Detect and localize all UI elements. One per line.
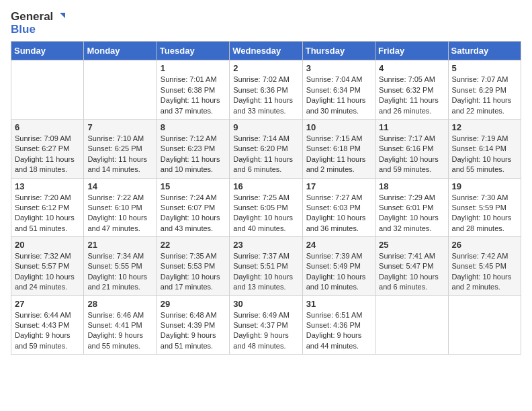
day-number: 22 <box>161 240 226 250</box>
calendar-cell: 7Sunrise: 7:10 AM Sunset: 6:25 PM Daylig… <box>84 119 157 178</box>
cell-content: Sunrise: 7:02 AM Sunset: 6:36 PM Dayligh… <box>233 75 298 116</box>
day-number: 18 <box>379 181 444 191</box>
cell-content: Sunrise: 7:09 AM Sunset: 6:27 PM Dayligh… <box>15 134 80 175</box>
cell-content: Sunrise: 7:37 AM Sunset: 5:51 PM Dayligh… <box>233 251 298 293</box>
cell-content: Sunrise: 7:14 AM Sunset: 6:20 PM Dayligh… <box>233 134 298 175</box>
calendar-cell: 17Sunrise: 7:27 AM Sunset: 6:03 PM Dayli… <box>302 178 375 237</box>
day-number: 5 <box>452 63 517 73</box>
cell-content: Sunrise: 6:44 AM Sunset: 4:43 PM Dayligh… <box>15 310 80 352</box>
cell-content: Sunrise: 7:17 AM Sunset: 6:16 PM Dayligh… <box>379 134 444 175</box>
calendar-cell <box>375 295 448 355</box>
logo-bird-icon <box>54 11 65 22</box>
day-number: 13 <box>15 181 80 191</box>
cell-content: Sunrise: 7:25 AM Sunset: 6:05 PM Dayligh… <box>233 193 298 234</box>
day-number: 8 <box>161 122 226 132</box>
cell-content: Sunrise: 7:12 AM Sunset: 6:23 PM Dayligh… <box>161 134 226 175</box>
calendar-cell: 11Sunrise: 7:17 AM Sunset: 6:16 PM Dayli… <box>375 119 448 178</box>
day-number: 24 <box>306 240 371 250</box>
day-number: 26 <box>452 240 517 250</box>
day-number: 16 <box>233 181 298 191</box>
day-of-week-header: Wednesday <box>230 42 302 60</box>
calendar-cell: 21Sunrise: 7:34 AM Sunset: 5:55 PM Dayli… <box>84 237 157 296</box>
day-of-week-header: Saturday <box>448 42 521 60</box>
cell-content: Sunrise: 7:10 AM Sunset: 6:25 PM Dayligh… <box>87 134 152 175</box>
cell-content: Sunrise: 6:46 AM Sunset: 4:41 PM Dayligh… <box>87 310 152 352</box>
day-number: 1 <box>161 63 226 73</box>
day-number: 14 <box>87 181 152 191</box>
calendar-cell <box>448 295 521 355</box>
cell-content: Sunrise: 7:15 AM Sunset: 6:18 PM Dayligh… <box>306 134 371 175</box>
day-number: 3 <box>306 63 371 73</box>
day-number: 27 <box>15 299 80 309</box>
day-number: 29 <box>161 299 226 309</box>
calendar-cell: 1Sunrise: 7:01 AM Sunset: 6:38 PM Daylig… <box>157 60 229 120</box>
day-number: 12 <box>452 122 517 132</box>
cell-content: Sunrise: 7:39 AM Sunset: 5:49 PM Dayligh… <box>306 251 371 293</box>
cell-content: Sunrise: 7:42 AM Sunset: 5:45 PM Dayligh… <box>452 251 517 293</box>
calendar-cell <box>84 60 157 120</box>
cell-content: Sunrise: 7:30 AM Sunset: 5:59 PM Dayligh… <box>452 193 517 234</box>
cell-content: Sunrise: 7:29 AM Sunset: 6:01 PM Dayligh… <box>379 193 444 234</box>
calendar-cell: 4Sunrise: 7:05 AM Sunset: 6:32 PM Daylig… <box>375 60 448 120</box>
logo-blue: Blue <box>11 24 65 36</box>
calendar-cell: 31Sunrise: 6:51 AM Sunset: 4:36 PM Dayli… <box>302 295 375 355</box>
logo-general: General <box>11 11 53 24</box>
cell-content: Sunrise: 7:19 AM Sunset: 6:14 PM Dayligh… <box>452 134 517 175</box>
calendar-cell: 25Sunrise: 7:41 AM Sunset: 5:47 PM Dayli… <box>375 237 448 296</box>
cell-content: Sunrise: 7:32 AM Sunset: 5:57 PM Dayligh… <box>15 251 80 293</box>
calendar-cell: 18Sunrise: 7:29 AM Sunset: 6:01 PM Dayli… <box>375 178 448 237</box>
calendar-cell: 2Sunrise: 7:02 AM Sunset: 6:36 PM Daylig… <box>230 60 302 120</box>
day-of-week-header: Monday <box>84 42 157 60</box>
calendar-cell: 30Sunrise: 6:49 AM Sunset: 4:37 PM Dayli… <box>230 295 302 355</box>
cell-content: Sunrise: 7:20 AM Sunset: 6:12 PM Dayligh… <box>15 193 80 234</box>
calendar-cell: 29Sunrise: 6:48 AM Sunset: 4:39 PM Dayli… <box>157 295 229 355</box>
day-number: 28 <box>87 299 152 309</box>
calendar-cell: 8Sunrise: 7:12 AM Sunset: 6:23 PM Daylig… <box>157 119 229 178</box>
day-number: 31 <box>306 299 371 309</box>
day-number: 17 <box>306 181 371 191</box>
day-of-week-header: Friday <box>375 42 448 60</box>
calendar-cell: 10Sunrise: 7:15 AM Sunset: 6:18 PM Dayli… <box>302 119 375 178</box>
cell-content: Sunrise: 7:05 AM Sunset: 6:32 PM Dayligh… <box>379 75 444 116</box>
day-number: 20 <box>15 240 80 250</box>
calendar-cell: 28Sunrise: 6:46 AM Sunset: 4:41 PM Dayli… <box>84 295 157 355</box>
cell-content: Sunrise: 6:51 AM Sunset: 4:36 PM Dayligh… <box>306 310 371 352</box>
day-number: 15 <box>161 181 226 191</box>
calendar-cell: 20Sunrise: 7:32 AM Sunset: 5:57 PM Dayli… <box>11 237 84 296</box>
cell-content: Sunrise: 7:34 AM Sunset: 5:55 PM Dayligh… <box>87 251 152 293</box>
calendar-cell: 12Sunrise: 7:19 AM Sunset: 6:14 PM Dayli… <box>448 119 521 178</box>
cell-content: Sunrise: 6:49 AM Sunset: 4:37 PM Dayligh… <box>233 310 298 352</box>
calendar-cell: 6Sunrise: 7:09 AM Sunset: 6:27 PM Daylig… <box>11 119 84 178</box>
calendar-cell: 22Sunrise: 7:35 AM Sunset: 5:53 PM Dayli… <box>157 237 229 296</box>
day-number: 9 <box>233 122 298 132</box>
day-number: 2 <box>233 63 298 73</box>
day-of-week-header: Sunday <box>11 42 84 60</box>
calendar-cell: 3Sunrise: 7:04 AM Sunset: 6:34 PM Daylig… <box>302 60 375 120</box>
calendar-cell: 16Sunrise: 7:25 AM Sunset: 6:05 PM Dayli… <box>230 178 302 237</box>
day-number: 30 <box>233 299 298 309</box>
logo: General Blue <box>11 11 65 36</box>
calendar-cell <box>11 60 84 120</box>
day-number: 23 <box>233 240 298 250</box>
cell-content: Sunrise: 7:35 AM Sunset: 5:53 PM Dayligh… <box>161 251 226 293</box>
day-of-week-header: Thursday <box>302 42 375 60</box>
calendar-cell: 19Sunrise: 7:30 AM Sunset: 5:59 PM Dayli… <box>448 178 521 237</box>
calendar-cell: 26Sunrise: 7:42 AM Sunset: 5:45 PM Dayli… <box>448 237 521 296</box>
calendar-cell: 9Sunrise: 7:14 AM Sunset: 6:20 PM Daylig… <box>230 119 302 178</box>
day-number: 21 <box>87 240 152 250</box>
calendar-cell: 15Sunrise: 7:24 AM Sunset: 6:07 PM Dayli… <box>157 178 229 237</box>
day-number: 25 <box>379 240 444 250</box>
calendar-cell: 14Sunrise: 7:22 AM Sunset: 6:10 PM Dayli… <box>84 178 157 237</box>
calendar-cell: 13Sunrise: 7:20 AM Sunset: 6:12 PM Dayli… <box>11 178 84 237</box>
svg-marker-0 <box>60 13 65 18</box>
cell-content: Sunrise: 7:41 AM Sunset: 5:47 PM Dayligh… <box>379 251 444 293</box>
day-number: 7 <box>87 122 152 132</box>
calendar-cell: 24Sunrise: 7:39 AM Sunset: 5:49 PM Dayli… <box>302 237 375 296</box>
cell-content: Sunrise: 7:22 AM Sunset: 6:10 PM Dayligh… <box>87 193 152 234</box>
cell-content: Sunrise: 7:27 AM Sunset: 6:03 PM Dayligh… <box>306 193 371 234</box>
cell-content: Sunrise: 7:04 AM Sunset: 6:34 PM Dayligh… <box>306 75 371 116</box>
day-of-week-header: Tuesday <box>157 42 229 60</box>
day-number: 19 <box>452 181 517 191</box>
calendar-cell: 23Sunrise: 7:37 AM Sunset: 5:51 PM Dayli… <box>230 237 302 296</box>
calendar-table: SundayMondayTuesdayWednesdayThursdayFrid… <box>11 41 521 355</box>
